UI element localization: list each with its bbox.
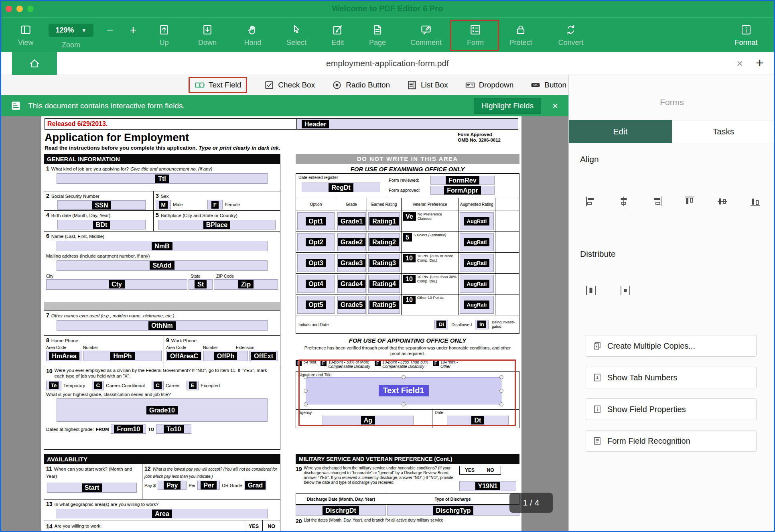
form-field-opt5[interactable]: Opt5	[297, 296, 335, 314]
form-field-grade10[interactable]: Grade10	[57, 398, 268, 422]
form-field-other10[interactable]: 10	[403, 296, 416, 304]
form-field-e[interactable]: E	[187, 381, 199, 390]
check-box-tool[interactable]: Check Box	[264, 80, 315, 90]
form-field-te[interactable]: Te	[46, 381, 61, 390]
text-field-tool[interactable]: Text Field	[189, 77, 247, 93]
form-field-stadd[interactable]: StAdd	[57, 260, 268, 271]
form-field-grade2[interactable]: Grade2	[337, 233, 366, 251]
form-field-offph[interactable]: OffPh	[203, 351, 248, 361]
document-tab-title[interactable]: employment-application-form.pdf	[0, 52, 775, 75]
form-field-augrati2[interactable]: AugRati	[460, 233, 494, 251]
form-field-augrati1[interactable]: AugRati	[460, 212, 494, 230]
zoom-out-button[interactable]: −	[101, 23, 119, 37]
align-bottom-button[interactable]	[749, 195, 761, 207]
create-multiple-copies-button[interactable]: Create Multiple Copies...	[586, 335, 757, 357]
form-field-10pt30[interactable]: 10	[403, 254, 416, 262]
form-field-formrev[interactable]: FormRev	[430, 176, 495, 185]
form-field-offext[interactable]: OffExt	[249, 351, 278, 361]
edit-button[interactable]: Edit	[317, 24, 359, 47]
form-field-nmb[interactable]: NmB	[57, 241, 268, 251]
form-field-rating4[interactable]: Rating4	[368, 275, 400, 293]
form-field-hmarea[interactable]: HmArea	[46, 351, 82, 361]
show-field-properties-button[interactable]: Show Field Properties	[586, 398, 757, 420]
zoom-dropdown[interactable]: 129%▼	[49, 24, 93, 37]
form-field-ttl[interactable]: Ttl	[57, 173, 268, 184]
form-field-female[interactable]: F	[207, 200, 223, 209]
form-field-recognition-button[interactable]: Form Field Recognition	[586, 430, 757, 452]
radio-button-tool[interactable]: Radio Button	[332, 80, 390, 90]
close-tab-button[interactable]: ×	[731, 52, 749, 75]
dropdown-tool[interactable]: Dropdown	[465, 80, 514, 90]
form-field-y19n1[interactable]: Y19N1	[459, 481, 516, 491]
form-field-augrati4[interactable]: AugRati	[460, 275, 494, 293]
select-button[interactable]: Select	[276, 24, 317, 47]
form-field-rating3[interactable]: Rating3	[368, 254, 400, 272]
form-field-in[interactable]: In	[475, 320, 489, 329]
form-field-c2[interactable]: C	[152, 381, 164, 390]
form-field-grade4[interactable]: Grade4	[337, 275, 366, 293]
form-field-regdt[interactable]: RegDt	[302, 183, 380, 192]
form-field-rating2[interactable]: Rating2	[368, 233, 400, 251]
form-field-10ptless[interactable]: 10	[403, 275, 416, 283]
form-field-opt1[interactable]: Opt1	[297, 212, 335, 230]
form-field-augrati5[interactable]: AugRati	[460, 296, 494, 314]
form-field-area[interactable]: Area	[57, 509, 268, 518]
form-field-opt4[interactable]: Opt4	[297, 275, 335, 293]
form-field-dischrgdt[interactable]: DischrgDt	[296, 506, 386, 516]
form-field-opt2[interactable]: Opt2	[297, 233, 335, 251]
highlight-fields-button[interactable]: Highlight Fields	[474, 98, 541, 114]
format-button[interactable]: Format	[725, 24, 767, 47]
notification-close-icon[interactable]: ×	[552, 100, 558, 112]
form-field-ssn[interactable]: SSN	[57, 200, 146, 210]
form-field-bdt[interactable]: BDt	[57, 220, 146, 229]
form-field-di[interactable]: Di	[434, 320, 448, 329]
distribute-vertically-button[interactable]	[619, 284, 631, 296]
align-right-button[interactable]	[651, 195, 663, 207]
hand-button[interactable]: Hand	[232, 24, 274, 47]
align-top-button[interactable]	[684, 195, 696, 207]
form-field-grade3[interactable]: Grade3	[337, 254, 366, 272]
up-button[interactable]: Up	[143, 24, 185, 47]
form-field-per[interactable]: Per	[197, 481, 220, 490]
align-vertical-center-button[interactable]	[716, 195, 728, 207]
tab-tasks[interactable]: Tasks	[672, 120, 775, 143]
form-field-pay[interactable]: Pay	[158, 481, 187, 490]
form-field-formappr[interactable]: FormAppr	[430, 186, 495, 195]
form-field-male[interactable]: M	[156, 200, 171, 209]
form-field-hmph[interactable]: HmPh	[83, 351, 162, 361]
tab-edit[interactable]: Edit	[569, 120, 672, 143]
form-field-grade1[interactable]: Grade1	[337, 212, 366, 230]
form-field-bplace[interactable]: BPlace	[158, 220, 276, 229]
form-field-header[interactable]: Header	[296, 119, 518, 129]
form-field-ve[interactable]: Ve	[403, 212, 416, 221]
form-field-cty[interactable]: Cty	[46, 279, 187, 290]
down-button[interactable]: Down	[187, 24, 228, 47]
form-field-dischrgtyp[interactable]: DischrgTyp	[387, 506, 519, 516]
show-tab-numbers-button[interactable]: 1 Show Tab Numbers	[586, 367, 757, 388]
form-field-zip[interactable]: Zip	[214, 279, 278, 290]
form-field-rating1[interactable]: Rating1	[368, 212, 400, 230]
distribute-horizontally-button[interactable]	[585, 284, 597, 296]
form-field-c1[interactable]: C	[92, 381, 104, 390]
new-tab-button[interactable]: +	[751, 52, 769, 73]
convert-button[interactable]: Convert	[550, 24, 592, 47]
form-field-grade5[interactable]: Grade5	[337, 296, 366, 314]
form-field-othnm[interactable]: OthNm	[57, 320, 268, 331]
page-button[interactable]: Page	[357, 24, 398, 47]
form-field-5pt[interactable]: 5	[403, 233, 412, 242]
view-button[interactable]: View	[5, 24, 47, 47]
comment-button[interactable]: Comment	[405, 24, 447, 47]
list-box-tool[interactable]: List Box	[407, 80, 448, 90]
form-field-from10[interactable]: From10	[111, 424, 146, 434]
form-field-opt3[interactable]: Opt3	[297, 254, 335, 272]
push-button-tool[interactable]: OK Button	[530, 80, 566, 90]
align-horizontal-center-button[interactable]	[618, 195, 630, 207]
form-field-start[interactable]: Start	[47, 483, 137, 493]
form-field-rating5[interactable]: Rating5	[368, 296, 400, 314]
protect-button[interactable]: Protect	[500, 24, 542, 47]
zoom-in-button[interactable]: +	[124, 23, 142, 37]
form-field-to10[interactable]: To10	[156, 424, 191, 434]
align-left-button[interactable]	[585, 195, 597, 207]
form-field-offareac[interactable]: OffAreaC	[166, 351, 202, 361]
form-field-grad[interactable]: Grad	[244, 481, 266, 490]
